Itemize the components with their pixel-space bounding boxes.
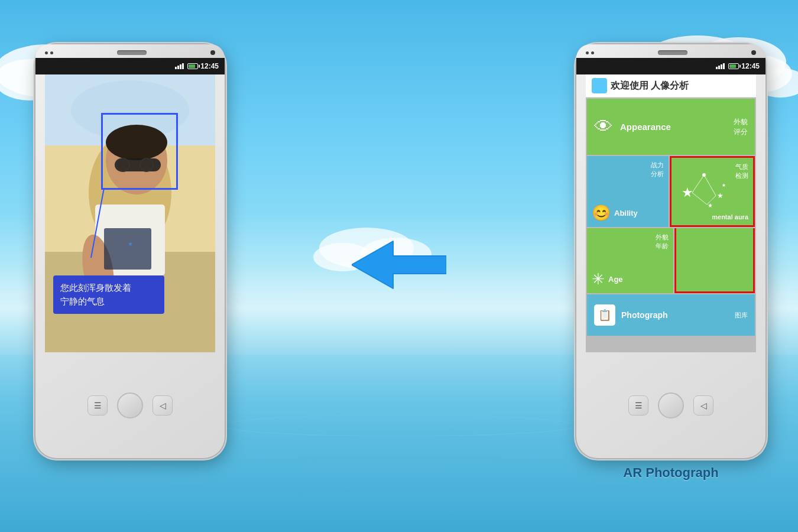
left-time: 12:45: [200, 62, 219, 70]
row-2: 战力 分析 😊 Ability 气质 检测: [587, 156, 755, 227]
tile-aura-cont: [674, 228, 755, 293]
svg-rect-28: [104, 228, 151, 270]
right-phone-bottom: ☰ ◁: [576, 352, 765, 458]
photo-label-cn: 图库: [735, 311, 748, 320]
appearance-icon: 👁: [594, 116, 613, 138]
blue-arrow-container: [352, 238, 446, 294]
caption-box: 您此刻浑身散发着 宁静的气息: [53, 275, 164, 314]
photo-tile-icon: 📋: [594, 304, 615, 326]
sensor-dot-1: [45, 51, 48, 54]
tile-ability[interactable]: 战力 分析 😊 Ability: [587, 156, 669, 227]
row-3: 外貌 年龄 ✳ Age: [587, 228, 755, 293]
age-icon: ✳: [592, 270, 605, 288]
photo-labels: Photograph: [621, 310, 729, 320]
svg-point-14: [163, 436, 635, 462]
app-header: 欢迎使用 人像分析: [586, 74, 756, 98]
right-time: 12:45: [741, 62, 760, 70]
left-battery: [187, 63, 198, 69]
left-speaker: [117, 50, 147, 55]
caption-text: 您此刻浑身散发着 宁静的气息: [60, 281, 157, 308]
menu-icon: ☰: [94, 401, 102, 410]
right-phone-wrapper: 12:45 欢迎使用 人像分析 👁: [576, 44, 765, 481]
right-signal-4: [723, 63, 725, 69]
app-grid: 👁 Appearance 外貌 评分 战力 分析: [586, 98, 756, 352]
left-phone-wrapper: 12:45: [35, 44, 225, 458]
right-sensors: [586, 51, 594, 54]
left-camera: [210, 50, 215, 55]
left-screen: ★ 您此刻浑身散发着 宁静的气息: [45, 74, 215, 352]
right-screen: 欢迎使用 人像分析 👁 Appearance 外貌 评分: [586, 74, 756, 352]
tile-age[interactable]: 外貌 年龄 ✳ Age: [587, 228, 673, 293]
ability-label-cn: 战力 分析: [592, 161, 664, 179]
right-battery-fill: [729, 64, 736, 68]
svg-marker-31: [352, 241, 446, 288]
right-menu-button[interactable]: ☰: [628, 395, 648, 416]
age-bottom: ✳ Age: [592, 270, 669, 288]
header-icon: [592, 78, 607, 93]
ar-label: AR Photograph: [576, 465, 765, 481]
svg-line-32: [692, 175, 704, 193]
ability-bottom: 😊 Ability: [592, 204, 664, 222]
left-status-icons: [175, 63, 198, 69]
appearance-label-en: Appearance: [620, 122, 726, 132]
right-speaker: [658, 50, 687, 55]
tile-appearance[interactable]: 👁 Appearance 外貌 评分: [587, 99, 755, 155]
appearance-label-cn: 外貌 评分: [734, 117, 748, 137]
appearance-labels: Appearance: [620, 122, 726, 132]
signal-bar-3: [180, 64, 181, 69]
svg-point-37: [702, 173, 706, 177]
right-sensor-1: [586, 51, 589, 54]
svg-line-33: [692, 193, 707, 205]
right-back-icon: ◁: [700, 401, 707, 410]
back-icon: ◁: [160, 401, 166, 410]
svg-line-34: [704, 175, 716, 196]
age-label-en: Age: [608, 275, 623, 284]
sensor-dot-2: [50, 51, 53, 54]
signal-bar-1: [175, 67, 177, 69]
right-sensor-2: [591, 51, 594, 54]
age-label-cn: 外貌 年龄: [592, 233, 669, 251]
constellation-svg: ★ ★ ★ ★: [674, 166, 755, 213]
right-signal: [716, 63, 725, 69]
photo-screen: ★ 您此刻浑身散发着 宁静的气息: [45, 74, 215, 352]
app-screen: 欢迎使用 人像分析 👁 Appearance 外貌 评分: [586, 74, 756, 352]
tile-photo[interactable]: 📋 Photograph 图库: [587, 294, 755, 336]
left-sensors: [45, 51, 53, 54]
right-signal-2: [718, 66, 720, 69]
right-phone-top: [576, 44, 765, 58]
right-status-icons: [716, 63, 739, 69]
right-camera: [751, 50, 756, 55]
right-home-button[interactable]: [658, 392, 684, 419]
left-menu-button[interactable]: ☰: [87, 395, 108, 416]
svg-text:★: ★: [708, 202, 713, 209]
left-status-bar: 12:45: [35, 58, 225, 74]
tile-aura[interactable]: 气质 检测 ★: [670, 156, 755, 227]
right-signal-1: [716, 67, 718, 69]
svg-text:★: ★: [722, 183, 726, 188]
photo-label-en: Photograph: [621, 310, 729, 320]
right-phone: 12:45 欢迎使用 人像分析 👁: [576, 44, 765, 458]
left-signal: [175, 63, 184, 69]
right-signal-3: [721, 64, 722, 69]
svg-point-13: [222, 415, 576, 436]
app-title: 欢迎使用 人像分析: [611, 80, 689, 92]
right-back-button[interactable]: ◁: [693, 395, 713, 416]
svg-text:★: ★: [682, 185, 693, 200]
left-phone-top: [35, 44, 225, 58]
signal-bar-2: [177, 66, 179, 69]
aura-label-en: mental aura: [712, 213, 748, 220]
left-battery-fill: [189, 64, 195, 68]
ability-icon: 😊: [592, 204, 611, 222]
page: 12:45: [0, 0, 798, 532]
svg-text:★: ★: [717, 192, 724, 200]
left-phone: 12:45: [35, 44, 225, 458]
ability-label-en: Ability: [614, 209, 638, 218]
right-status-bar: 12:45: [576, 58, 765, 74]
left-home-button[interactable]: [117, 392, 143, 419]
face-detection-box: [101, 113, 178, 190]
blue-arrow: [352, 238, 446, 291]
right-menu-icon: ☰: [635, 401, 643, 410]
svg-text:★: ★: [128, 241, 133, 247]
right-battery: [728, 63, 739, 69]
left-back-button[interactable]: ◁: [153, 395, 173, 416]
